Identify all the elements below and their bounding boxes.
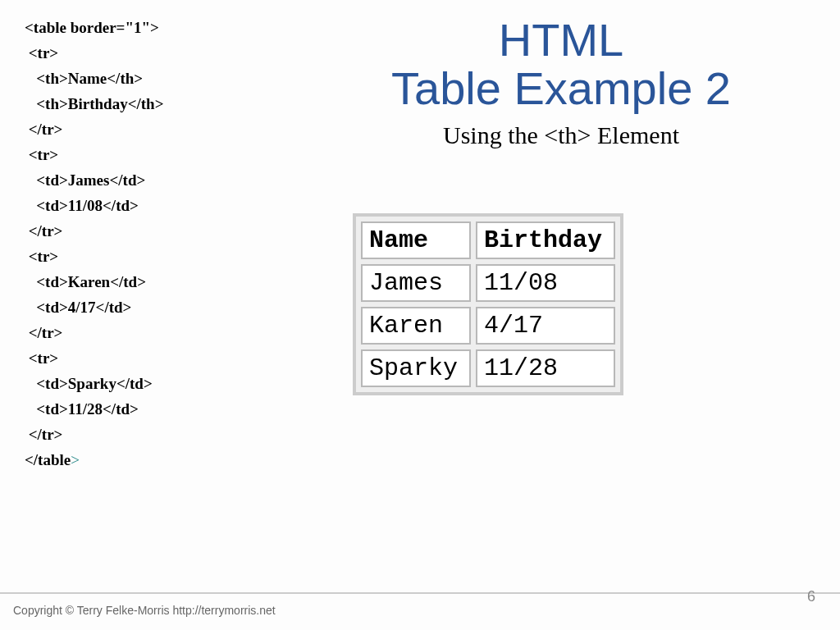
copyright-footer: Copyright © Terry Felke-Morris http://te… xyxy=(13,604,276,617)
code-line: <td>Sparky</td> xyxy=(25,371,163,396)
code-line: <th>Name</th> xyxy=(25,66,163,91)
code-line: <td>James</td> xyxy=(25,167,163,193)
table-row: Sparky11/28 xyxy=(361,349,615,387)
code-line: <td>4/17</td> xyxy=(25,294,163,320)
code-line: <tr> xyxy=(25,244,163,269)
table-row: Karen4/17 xyxy=(361,307,615,345)
page-number: 6 xyxy=(807,588,815,605)
table-cell: James xyxy=(361,264,471,302)
title-block: HTML Table Example 2 Using the <th> Elem… xyxy=(331,16,791,149)
table-cell: Sparky xyxy=(361,349,471,387)
table-header-cell: Birthday xyxy=(476,221,615,259)
code-line: </tr> xyxy=(25,116,163,142)
code-block: <table border="1"> <tr> <th>Name</th> <t… xyxy=(25,15,163,472)
table-header-cell: Name xyxy=(361,221,471,259)
table-cell: 4/17 xyxy=(476,307,615,345)
slide-title-line2: Table Example 2 xyxy=(331,65,791,113)
rendered-table-example: NameBirthdayJames11/08Karen4/17Sparky11/… xyxy=(353,213,623,395)
code-line: <td>11/28</td> xyxy=(25,396,163,422)
code-line: </table> xyxy=(25,447,163,472)
code-line: <th>Birthday</th> xyxy=(25,91,163,116)
code-line: </tr> xyxy=(25,320,163,345)
table-row: NameBirthday xyxy=(361,221,615,259)
table-cell: Karen xyxy=(361,307,471,345)
code-line: <table border="1"> xyxy=(25,15,163,40)
footer-divider xyxy=(0,592,840,594)
table-cell: 11/08 xyxy=(476,264,615,302)
code-line: </tr> xyxy=(25,218,163,244)
slide-subtitle: Using the <th> Element xyxy=(331,121,791,149)
code-line: </tr> xyxy=(25,422,163,447)
code-line: <td>Karen</td> xyxy=(25,269,163,294)
table-cell: 11/28 xyxy=(476,349,615,387)
code-line: <tr> xyxy=(25,142,163,167)
table-row: James11/08 xyxy=(361,264,615,302)
code-line: <td>11/08</td> xyxy=(25,193,163,218)
slide-title-line1: HTML xyxy=(331,16,791,65)
code-line: <tr> xyxy=(25,345,163,371)
code-line: <tr> xyxy=(25,40,163,66)
